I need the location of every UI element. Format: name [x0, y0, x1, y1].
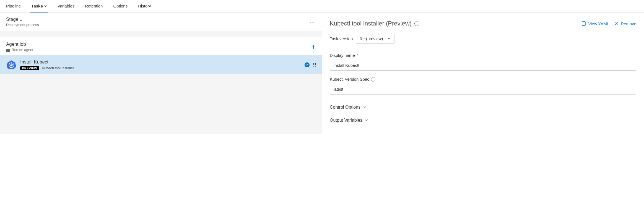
display-name-label-text: Display name: [330, 53, 355, 58]
task-version-row: Task version 0.* (preview): [330, 34, 636, 44]
display-name-row: Display name *: [330, 53, 636, 71]
view-yaml-button[interactable]: View YAML: [581, 21, 609, 27]
tab-tasks-label: Tasks: [31, 4, 43, 8]
task-right: [305, 62, 316, 67]
tab-options[interactable]: Options: [112, 0, 129, 12]
svg-rect-1: [6, 50, 10, 51]
kubernetes-icon: [6, 60, 16, 70]
tab-retention[interactable]: Retention: [84, 0, 104, 12]
agent-title: Agent job: [6, 42, 33, 47]
agent-icon: [6, 49, 10, 51]
right-panel: Kubectl tool installer (Preview) i View …: [322, 13, 644, 134]
view-yaml-label: View YAML: [588, 21, 609, 26]
display-name-label: Display name *: [330, 53, 636, 58]
agent-job-row[interactable]: Agent job Run on agent +: [0, 37, 322, 55]
tab-pipeline[interactable]: Pipeline: [5, 0, 22, 12]
task-sub: PREVIEW Kubectl tool installer: [20, 66, 74, 70]
task-text: Install Kubectl PREVIEW Kubectl tool ins…: [20, 59, 74, 70]
info-icon[interactable]: i: [371, 77, 375, 81]
task-row-install-kubectl[interactable]: Install Kubectl PREVIEW Kubectl tool ins…: [0, 55, 322, 74]
preview-badge: PREVIEW: [20, 66, 39, 70]
control-options-section[interactable]: Control Options: [330, 101, 636, 114]
version-spec-label: Kubectl Version Spec i: [330, 77, 636, 81]
info-icon[interactable]: i: [414, 21, 419, 26]
more-icon[interactable]: ⋯: [309, 19, 316, 25]
agent-text: Agent job Run on agent: [6, 42, 33, 52]
remove-label: Remove: [621, 21, 636, 26]
chevron-down-icon: [44, 4, 47, 8]
tab-tasks[interactable]: Tasks: [30, 0, 48, 12]
agent-subtitle-label: Run on agent: [12, 48, 33, 52]
check-icon: [305, 62, 310, 67]
drag-handle-icon[interactable]: [313, 63, 316, 67]
output-variables-label: Output Variables: [330, 118, 362, 123]
stage-row[interactable]: Stage 1 Deployment process ⋯: [0, 13, 322, 31]
panel-title: Kubectl tool installer (Preview): [330, 20, 412, 27]
left-panel: Stage 1 Deployment process ⋯ Agent job R…: [0, 13, 322, 134]
agent-subtitle: Run on agent: [6, 48, 33, 52]
task-version-value: 0.* (preview): [360, 36, 383, 41]
task-version-select[interactable]: 0.* (preview): [356, 34, 394, 44]
add-task-button[interactable]: +: [311, 42, 316, 51]
chevron-down-icon: [365, 118, 368, 123]
task-title: Install Kubectl: [20, 59, 74, 65]
svg-rect-0: [6, 49, 10, 50]
version-spec-label-text: Kubectl Version Spec: [330, 77, 369, 81]
task-version-label: Task version: [330, 36, 353, 41]
right-header: Kubectl tool installer (Preview) i View …: [330, 20, 636, 27]
version-spec-input[interactable]: [330, 84, 636, 95]
required-indicator: *: [357, 53, 358, 58]
tab-variables[interactable]: Variables: [56, 0, 76, 12]
stage-title: Stage 1: [6, 17, 39, 22]
tab-history[interactable]: History: [137, 0, 152, 12]
chevron-down-icon: [388, 36, 391, 41]
right-title-group: Kubectl tool installer (Preview) i: [330, 20, 419, 27]
right-actions: View YAML Remove: [581, 21, 636, 27]
tabs-bar: Pipeline Tasks Variables Retention Optio…: [0, 0, 644, 13]
task-desc: Kubectl tool installer: [42, 66, 74, 70]
svg-rect-2: [6, 51, 10, 52]
chevron-down-icon: [363, 105, 367, 110]
stage-subtitle: Deployment process: [6, 23, 39, 27]
control-options-label: Control Options: [330, 105, 360, 110]
remove-button[interactable]: Remove: [615, 21, 636, 27]
task-left: Install Kubectl PREVIEW Kubectl tool ins…: [6, 59, 74, 70]
main-layout: Stage 1 Deployment process ⋯ Agent job R…: [0, 13, 644, 134]
close-icon: [615, 21, 619, 26]
display-name-input[interactable]: [330, 60, 636, 71]
version-spec-row: Kubectl Version Spec i: [330, 77, 636, 95]
output-variables-section[interactable]: Output Variables: [330, 114, 636, 127]
stage-text: Stage 1 Deployment process: [6, 17, 39, 27]
clipboard-icon: [581, 21, 586, 27]
